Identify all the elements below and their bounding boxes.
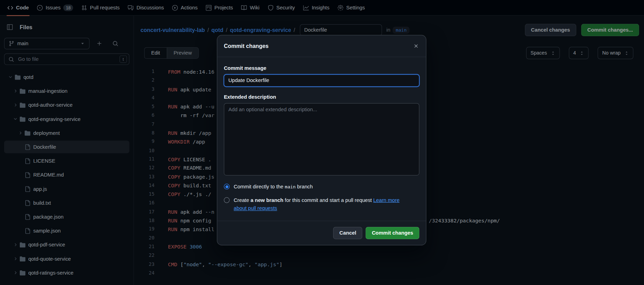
commit-message-label: Commit message (224, 65, 419, 71)
extended-description-textarea[interactable] (224, 103, 419, 176)
dialog-body: Commit message Extended description Comm… (217, 57, 426, 217)
close-button[interactable] (410, 40, 422, 52)
branch-name-code: main (285, 184, 296, 189)
new-branch-bold: a new branch (250, 197, 283, 203)
new-branch-option[interactable]: Create a new branch for this commit and … (224, 197, 419, 213)
x-icon (413, 43, 419, 49)
commit-direct-label: Commit directly to the main branch (234, 183, 313, 191)
commit-direct-prefix: Commit directly to the (234, 184, 285, 190)
commit-direct-option[interactable]: Commit directly to the main branch (224, 183, 419, 191)
dialog-title: Commit changes (224, 43, 269, 49)
commit-dialog: Commit changes Commit message Extended d… (217, 35, 426, 246)
page: CodeIssues18Pull requestsDiscussionsActi… (0, 0, 644, 285)
new-branch-label: Create a new branch for this commit and … (234, 197, 408, 213)
extended-description-label: Extended description (224, 94, 419, 100)
new-branch-middle: for this commit and start a pull request (283, 197, 373, 203)
commit-message-input[interactable] (224, 74, 419, 87)
cancel-button[interactable]: Cancel (333, 227, 362, 239)
radio-checked-icon[interactable] (224, 184, 230, 190)
commit-changes-button[interactable]: Commit changes (366, 227, 420, 239)
radio-unchecked-icon[interactable] (224, 197, 230, 203)
dialog-footer: Cancel Commit changes (217, 221, 426, 245)
dialog-header: Commit changes (217, 35, 426, 57)
commit-direct-suffix: branch (296, 184, 313, 190)
new-branch-prefix: Create (234, 197, 250, 203)
